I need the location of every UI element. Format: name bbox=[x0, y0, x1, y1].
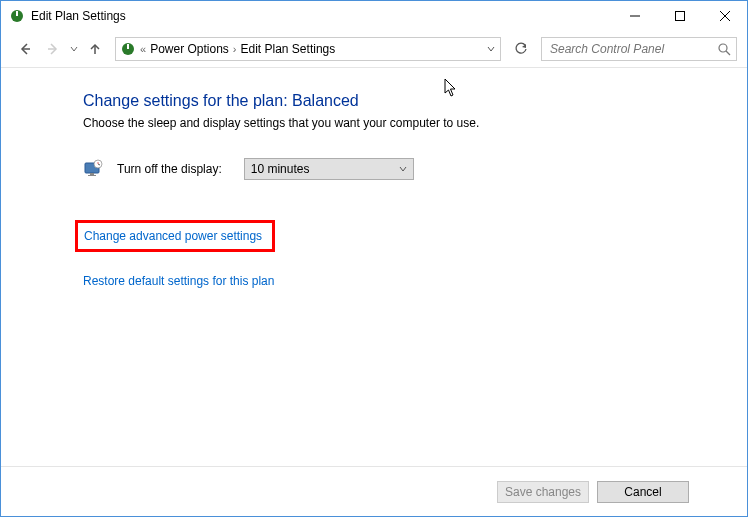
page-title: Change settings for the plan: Balanced bbox=[83, 92, 747, 110]
content: Change settings for the plan: Balanced C… bbox=[1, 68, 747, 288]
cancel-button[interactable]: Cancel bbox=[597, 481, 689, 503]
svg-rect-3 bbox=[675, 12, 684, 21]
svg-rect-15 bbox=[88, 175, 96, 176]
footer: Save changes Cancel bbox=[1, 466, 747, 516]
svg-rect-10 bbox=[127, 44, 129, 49]
breadcrumb-chevron-icon: « bbox=[140, 43, 146, 55]
recent-dropdown-icon[interactable] bbox=[69, 45, 79, 53]
page-subtitle: Choose the sleep and display settings th… bbox=[83, 116, 747, 130]
svg-rect-14 bbox=[90, 173, 94, 175]
window-controls bbox=[612, 2, 747, 30]
window-title: Edit Plan Settings bbox=[31, 9, 612, 23]
close-button[interactable] bbox=[702, 2, 747, 30]
search-icon[interactable] bbox=[716, 43, 732, 56]
window: Edit Plan Settings « Power Options › Edi… bbox=[0, 0, 748, 517]
svg-rect-1 bbox=[16, 11, 18, 16]
display-timeout-dropdown[interactable]: 10 minutes bbox=[244, 158, 414, 180]
minimize-button[interactable] bbox=[612, 2, 657, 30]
addressbar[interactable]: « Power Options › Edit Plan Settings bbox=[115, 37, 501, 61]
refresh-button[interactable] bbox=[509, 37, 533, 61]
svg-line-12 bbox=[726, 51, 730, 55]
setting-row: Turn off the display: 10 minutes bbox=[83, 158, 747, 180]
back-button[interactable] bbox=[13, 37, 37, 61]
display-icon bbox=[83, 159, 103, 179]
address-dropdown-icon[interactable] bbox=[482, 38, 500, 60]
searchbox[interactable] bbox=[541, 37, 737, 61]
display-timeout-label: Turn off the display: bbox=[117, 162, 222, 176]
save-button: Save changes bbox=[497, 481, 589, 503]
search-input[interactable] bbox=[550, 42, 716, 56]
advanced-settings-link[interactable]: Change advanced power settings bbox=[84, 229, 262, 243]
up-button[interactable] bbox=[83, 37, 107, 61]
breadcrumb-chevron-icon: › bbox=[233, 43, 237, 55]
power-plug-icon bbox=[120, 41, 136, 57]
forward-button[interactable] bbox=[41, 37, 65, 61]
titlebar: Edit Plan Settings bbox=[1, 1, 747, 31]
highlight-box: Change advanced power settings bbox=[75, 220, 275, 252]
navbar: « Power Options › Edit Plan Settings bbox=[1, 31, 747, 67]
chevron-down-icon bbox=[399, 162, 407, 176]
power-options-icon bbox=[9, 8, 25, 24]
breadcrumb-item[interactable]: Power Options bbox=[150, 42, 229, 56]
maximize-button[interactable] bbox=[657, 2, 702, 30]
svg-point-11 bbox=[719, 44, 727, 52]
dropdown-value: 10 minutes bbox=[251, 162, 399, 176]
breadcrumb-item[interactable]: Edit Plan Settings bbox=[241, 42, 336, 56]
restore-defaults-link[interactable]: Restore default settings for this plan bbox=[83, 274, 274, 288]
